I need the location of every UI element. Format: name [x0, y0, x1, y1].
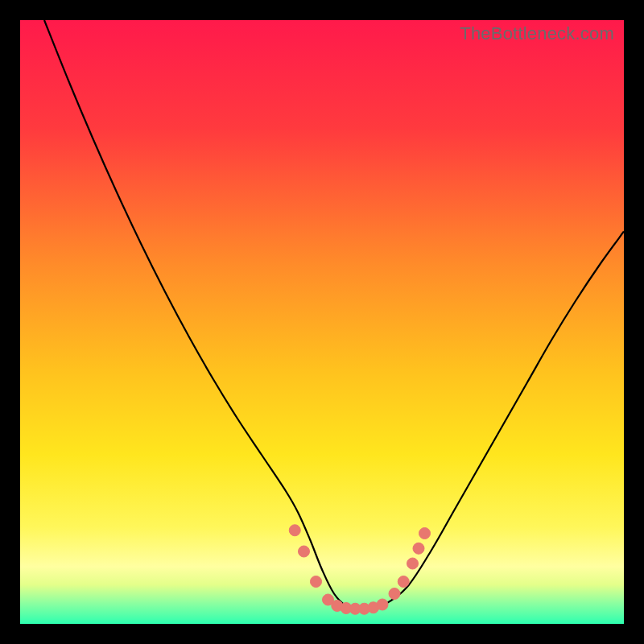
- marker-dot: [299, 546, 310, 557]
- marker-dot: [413, 543, 424, 554]
- chart-svg: [20, 20, 624, 624]
- marker-dot: [398, 576, 409, 588]
- marker-dot: [311, 576, 322, 588]
- gradient-background: [20, 20, 624, 624]
- marker-dot: [389, 588, 400, 600]
- marker-dot: [377, 599, 388, 610]
- watermark-label: TheBottleneck.com: [460, 23, 614, 44]
- marker-dot: [289, 525, 300, 536]
- marker-dot: [419, 528, 431, 539]
- outer-frame: TheBottleneck.com: [0, 0, 644, 644]
- plot-area: TheBottleneck.com: [20, 20, 624, 624]
- marker-dot: [407, 558, 419, 569]
